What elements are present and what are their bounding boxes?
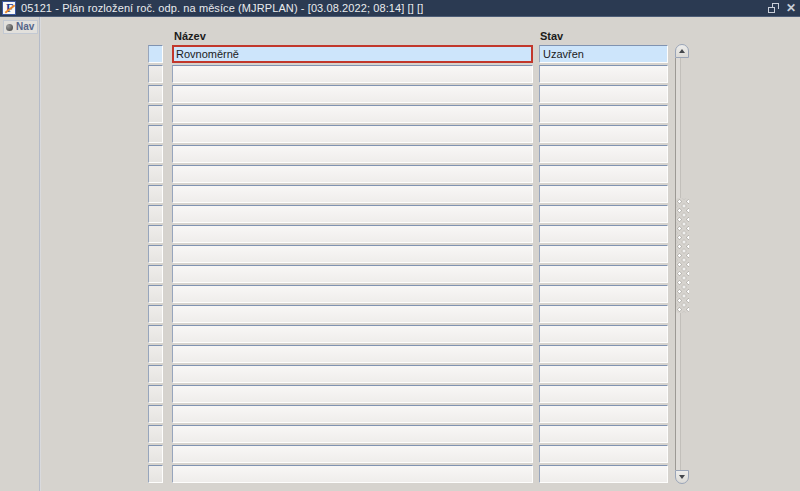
stav-field[interactable] bbox=[539, 65, 668, 83]
restore-icon[interactable] bbox=[768, 3, 779, 13]
triangle-up-icon bbox=[679, 49, 685, 53]
stav-field[interactable] bbox=[539, 465, 668, 483]
stav-field[interactable] bbox=[539, 345, 668, 363]
column-header-nazev: Název bbox=[174, 30, 206, 42]
record-selector[interactable] bbox=[148, 285, 163, 303]
stav-field[interactable] bbox=[539, 405, 668, 423]
scrollbar-track[interactable] bbox=[675, 58, 689, 470]
stav-field[interactable] bbox=[539, 445, 668, 463]
stav-field[interactable] bbox=[539, 365, 668, 383]
nav-tab-label: Nav bbox=[16, 22, 34, 32]
triangle-down-icon bbox=[679, 475, 685, 479]
window-title: 05121 - Plán rozložení roč. odp. na měsí… bbox=[21, 2, 423, 14]
nazev-field[interactable] bbox=[172, 345, 533, 363]
stav-field[interactable] bbox=[539, 385, 668, 403]
stav-field[interactable] bbox=[539, 425, 668, 443]
nazev-field[interactable] bbox=[172, 245, 533, 263]
nazev-field[interactable] bbox=[172, 385, 533, 403]
stav-field[interactable] bbox=[539, 85, 668, 103]
record-selector[interactable] bbox=[148, 45, 163, 63]
nazev-field[interactable] bbox=[172, 425, 533, 443]
stav-field[interactable] bbox=[539, 125, 668, 143]
nazev-field[interactable] bbox=[172, 225, 533, 243]
record-selector[interactable] bbox=[148, 165, 163, 183]
record-selector[interactable] bbox=[148, 225, 163, 243]
stav-field[interactable] bbox=[539, 265, 668, 283]
column-header-stav: Stav bbox=[540, 30, 563, 42]
stav-field[interactable] bbox=[539, 305, 668, 323]
record-selector[interactable] bbox=[148, 185, 163, 203]
nazev-field[interactable] bbox=[172, 365, 533, 383]
stav-field[interactable] bbox=[539, 165, 668, 183]
vertical-scrollbar[interactable] bbox=[675, 44, 689, 484]
stav-field[interactable] bbox=[539, 185, 668, 203]
scroll-down-button[interactable] bbox=[675, 470, 689, 484]
nav-ball-icon bbox=[6, 24, 13, 31]
nazev-field[interactable] bbox=[172, 105, 533, 123]
record-selector[interactable] bbox=[148, 85, 163, 103]
nazev-field[interactable] bbox=[172, 405, 533, 423]
record-selector[interactable] bbox=[148, 305, 163, 323]
stav-field[interactable] bbox=[539, 105, 668, 123]
scroll-up-button[interactable] bbox=[675, 44, 689, 58]
record-selector[interactable] bbox=[148, 145, 163, 163]
nazev-field[interactable] bbox=[172, 445, 533, 463]
record-selector[interactable] bbox=[148, 465, 163, 483]
nazev-field[interactable] bbox=[172, 65, 533, 83]
stav-field[interactable] bbox=[539, 45, 668, 63]
app-window: F 05121 - Plán rozložení roč. odp. na mě… bbox=[0, 0, 800, 491]
scrollbar-thumb[interactable] bbox=[676, 198, 689, 313]
record-selector[interactable] bbox=[148, 445, 163, 463]
record-selector[interactable] bbox=[148, 385, 163, 403]
record-selector[interactable] bbox=[148, 425, 163, 443]
nazev-field[interactable] bbox=[172, 265, 533, 283]
record-selector[interactable] bbox=[148, 345, 163, 363]
titlebar: F 05121 - Plán rozložení roč. odp. na mě… bbox=[0, 0, 800, 17]
nazev-field[interactable] bbox=[172, 125, 533, 143]
record-selector[interactable] bbox=[148, 245, 163, 263]
nazev-field[interactable] bbox=[172, 85, 533, 103]
nav-tab[interactable]: Nav bbox=[3, 20, 38, 34]
record-selector[interactable] bbox=[148, 405, 163, 423]
nazev-field[interactable] bbox=[172, 45, 533, 63]
stav-field[interactable] bbox=[539, 225, 668, 243]
form-canvas: Nav Název Stav bbox=[0, 17, 800, 491]
stav-field[interactable] bbox=[539, 145, 668, 163]
stav-field[interactable] bbox=[539, 325, 668, 343]
record-selector[interactable] bbox=[148, 105, 163, 123]
record-selector[interactable] bbox=[148, 365, 163, 383]
record-selector[interactable] bbox=[148, 265, 163, 283]
nazev-field[interactable] bbox=[172, 465, 533, 483]
app-logo-icon: F bbox=[2, 1, 16, 15]
record-selector[interactable] bbox=[148, 205, 163, 223]
close-icon[interactable]: ✕ bbox=[786, 3, 796, 13]
stav-field[interactable] bbox=[539, 205, 668, 223]
nazev-field[interactable] bbox=[172, 325, 533, 343]
window-controls: ✕ bbox=[768, 3, 796, 13]
nazev-field[interactable] bbox=[172, 185, 533, 203]
record-selector[interactable] bbox=[148, 125, 163, 143]
nazev-field[interactable] bbox=[172, 285, 533, 303]
stav-field[interactable] bbox=[539, 245, 668, 263]
nazev-field[interactable] bbox=[172, 305, 533, 323]
nazev-field[interactable] bbox=[172, 145, 533, 163]
nazev-field[interactable] bbox=[172, 165, 533, 183]
record-selector[interactable] bbox=[148, 65, 163, 83]
nazev-field[interactable] bbox=[172, 205, 533, 223]
record-selector[interactable] bbox=[148, 325, 163, 343]
stav-field[interactable] bbox=[539, 285, 668, 303]
